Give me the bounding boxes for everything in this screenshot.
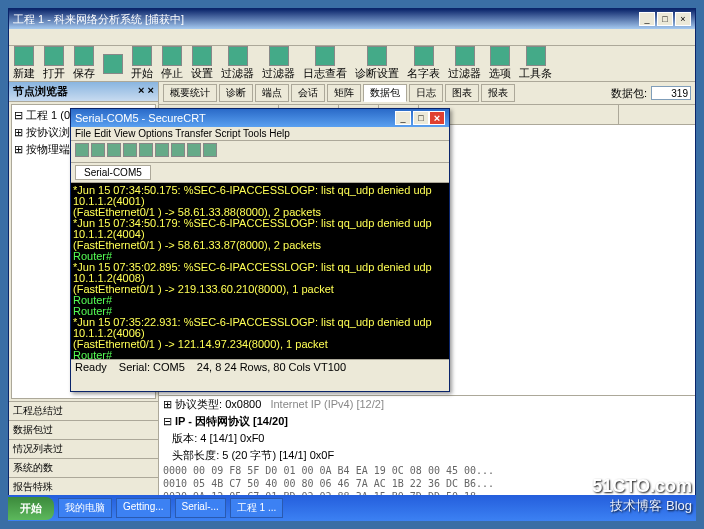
toolbar-btn[interactable]: 工具条: [519, 46, 552, 81]
main-menubar[interactable]: [9, 29, 695, 46]
toolbar-btn[interactable]: 保存: [73, 46, 95, 81]
toolbar-btn[interactable]: 名字表: [407, 46, 440, 81]
watermark-sub: 技术博客 Blog: [610, 497, 692, 515]
left-tab[interactable]: 情况列表过: [9, 439, 158, 458]
view-tab[interactable]: 端点: [255, 84, 289, 102]
crt-maximize[interactable]: □: [413, 111, 429, 125]
terminal-output[interactable]: *Jun 15 07:34:50.175: %SEC-6-IPACCESSLOG…: [71, 183, 449, 359]
left-tab[interactable]: 工程总结过: [9, 401, 158, 420]
crt-toolbar[interactable]: [71, 141, 449, 163]
minimize-button[interactable]: _: [639, 12, 655, 26]
packet-count: 数据包:: [611, 86, 691, 101]
toolbar-btn[interactable]: 诊断设置: [355, 46, 399, 81]
close-button[interactable]: ×: [675, 12, 691, 26]
node-browser-header[interactable]: 节点浏览器 × ×: [9, 82, 158, 102]
toolbar-btn[interactable]: 开始: [131, 46, 153, 81]
left-tab[interactable]: 系统的数: [9, 458, 158, 477]
main-toolbar: 新建打开保存开始停止设置过滤器过滤器日志查看诊断设置名字表过滤器选项工具条: [9, 46, 695, 82]
crt-tabs[interactable]: Serial-COM5: [71, 163, 449, 183]
view-tabs: 概要统计诊断端点会话矩阵数据包日志图表报表 数据包:: [159, 82, 695, 105]
start-button[interactable]: 开始: [8, 497, 54, 520]
maximize-button[interactable]: □: [657, 12, 673, 26]
view-tab[interactable]: 会话: [291, 84, 325, 102]
view-tab[interactable]: 矩阵: [327, 84, 361, 102]
crt-close[interactable]: ×: [429, 111, 445, 125]
taskbar[interactable]: 开始 我的电脑Getting...Serial-...工程 1 ...: [8, 495, 696, 521]
toolbar-btn[interactable]: 日志查看: [303, 46, 347, 81]
toolbar-btn[interactable]: 停止: [161, 46, 183, 81]
view-tab[interactable]: 图表: [445, 84, 479, 102]
taskbar-item[interactable]: 我的电脑: [58, 498, 112, 518]
securecrt-window[interactable]: Serial-COM5 - SecureCRT _ □ × File Edit …: [70, 108, 450, 392]
taskbar-item[interactable]: Serial-...: [175, 498, 226, 518]
view-tab[interactable]: 数据包: [363, 84, 407, 102]
taskbar-item[interactable]: Getting...: [116, 498, 171, 518]
toolbar-btn[interactable]: 选项: [489, 46, 511, 81]
crt-titlebar[interactable]: Serial-COM5 - SecureCRT _ □ ×: [71, 109, 449, 127]
crt-statusbar: Ready Serial: COM5 24, 8 24 Rows, 80 Col…: [71, 359, 449, 374]
crt-menubar[interactable]: File Edit View Options Transfer Script T…: [71, 127, 449, 141]
left-tab[interactable]: 报告特殊: [9, 477, 158, 496]
view-tab[interactable]: 日志: [409, 84, 443, 102]
toolbar-btn[interactable]: 设置: [191, 46, 213, 81]
toolbar-btn[interactable]: 过滤器: [448, 46, 481, 81]
crt-session-tab[interactable]: Serial-COM5: [75, 165, 151, 180]
main-titlebar[interactable]: 工程 1 - 科来网络分析系统 [捕获中] _ □ ×: [9, 9, 695, 29]
watermark-logo: 51CTO.com: [592, 476, 692, 497]
view-tab[interactable]: 报表: [481, 84, 515, 102]
toolbar-btn[interactable]: 过滤器: [221, 46, 254, 81]
toolbar-btn[interactable]: [103, 54, 123, 74]
crt-minimize[interactable]: _: [395, 111, 411, 125]
toolbar-btn[interactable]: 过滤器: [262, 46, 295, 81]
crt-title-text: Serial-COM5 - SecureCRT: [75, 109, 206, 127]
count-input[interactable]: [651, 86, 691, 100]
view-tab[interactable]: 诊断: [219, 84, 253, 102]
left-tab[interactable]: 数据包过: [9, 420, 158, 439]
toolbar-btn[interactable]: 打开: [43, 46, 65, 81]
app-title: 工程 1 - 科来网络分析系统 [捕获中]: [13, 9, 184, 29]
view-tab[interactable]: 概要统计: [163, 84, 217, 102]
toolbar-btn[interactable]: 新建: [13, 46, 35, 81]
taskbar-item[interactable]: 工程 1 ...: [230, 498, 283, 518]
